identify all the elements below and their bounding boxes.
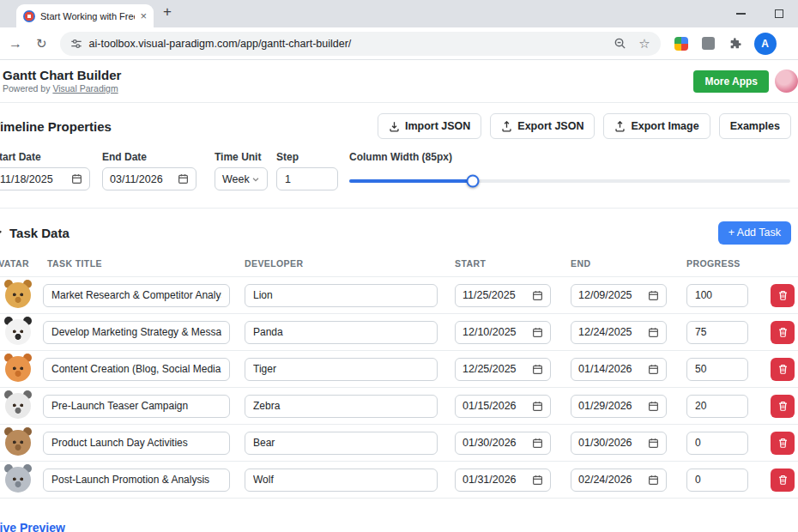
- browser-tab[interactable]: Start Working with Free Online ×: [16, 4, 154, 27]
- upload-icon: [501, 121, 512, 132]
- forward-icon[interactable]: →: [9, 37, 22, 51]
- end-date-input[interactable]: 12/24/2025: [571, 321, 667, 344]
- end-date-input[interactable]: 01/29/2026: [571, 395, 667, 418]
- start-date-input[interactable]: 12/10/2025: [455, 321, 551, 344]
- end-date-value: 12/24/2025: [578, 326, 632, 338]
- calendar-icon[interactable]: [532, 290, 543, 301]
- developer-input[interactable]: [245, 358, 438, 381]
- task-table-header: AVATAR TASK TITLE DEVELOPER START END PR…: [0, 258, 798, 277]
- start-date-input[interactable]: 01/30/2026: [455, 432, 551, 455]
- more-apps-button[interactable]: More Apps: [693, 70, 769, 93]
- column-width-slider[interactable]: [349, 174, 790, 188]
- new-tab-button[interactable]: +: [163, 3, 172, 21]
- calendar-icon[interactable]: [532, 401, 543, 412]
- task-title-input[interactable]: [43, 321, 230, 344]
- trash-icon: [777, 364, 789, 375]
- tab-title: Start Working with Free Online: [40, 11, 135, 21]
- delete-task-button[interactable]: [771, 321, 795, 344]
- upload-icon: [614, 121, 626, 132]
- progress-input[interactable]: [686, 469, 748, 492]
- calendar-icon[interactable]: [532, 475, 543, 486]
- calendar-icon[interactable]: [532, 438, 543, 449]
- delete-task-button[interactable]: [771, 358, 795, 381]
- end-date-value: 12/09/2025: [578, 289, 632, 301]
- calendar-icon[interactable]: [178, 173, 189, 184]
- extensions-puzzle-icon[interactable]: [728, 37, 742, 51]
- calendar-icon[interactable]: [532, 327, 543, 338]
- timeline-properties-title: Timeline Properties: [0, 119, 112, 134]
- import-json-button[interactable]: Import JSON: [378, 113, 481, 139]
- start-date-input[interactable]: 01/15/2026: [455, 395, 551, 418]
- trash-icon: [777, 438, 789, 449]
- delete-task-button[interactable]: [771, 395, 795, 418]
- progress-input[interactable]: [686, 395, 748, 418]
- developer-input[interactable]: [245, 432, 438, 455]
- end-date-input[interactable]: 01/14/2026: [571, 358, 667, 381]
- task-title-input[interactable]: [43, 432, 230, 455]
- progress-input[interactable]: [686, 358, 748, 381]
- developer-input[interactable]: [245, 469, 438, 492]
- visual-paradigm-link[interactable]: Visual Paradigm: [52, 83, 118, 94]
- add-task-button[interactable]: + Add Task: [718, 221, 791, 245]
- site-settings-icon[interactable]: [70, 38, 82, 50]
- export-image-button[interactable]: Export Image: [603, 113, 710, 139]
- start-date-value: 11/18/2025: [0, 173, 53, 185]
- user-avatar-partial[interactable]: [775, 70, 798, 93]
- task-title-input[interactable]: [43, 358, 230, 381]
- calendar-icon[interactable]: [648, 438, 659, 449]
- start-date-input[interactable]: 11/18/2025: [0, 167, 90, 190]
- live-preview-heading: Live Preview: [0, 521, 798, 532]
- start-date-value: 01/31/2026: [462, 474, 517, 486]
- developer-input[interactable]: [245, 284, 438, 307]
- progress-input[interactable]: [686, 284, 748, 307]
- address-bar[interactable]: ai-toolbox.visual-paradigm.com/app/gantt…: [60, 32, 661, 56]
- end-date-input[interactable]: 02/24/2026: [571, 469, 667, 492]
- end-date-input[interactable]: 01/30/2026: [571, 432, 667, 455]
- window-maximize-button[interactable]: [775, 9, 783, 18]
- export-json-button[interactable]: Export JSON: [490, 113, 595, 139]
- bookmark-star-icon[interactable]: ☆: [638, 36, 650, 51]
- time-unit-select[interactable]: Week: [215, 167, 268, 190]
- calendar-icon[interactable]: [648, 327, 659, 338]
- developer-input[interactable]: [245, 395, 438, 418]
- table-row: 12/25/2025 01/14/2026: [0, 351, 798, 388]
- delete-task-button[interactable]: [771, 432, 795, 455]
- reload-icon[interactable]: ↻: [36, 37, 47, 50]
- examples-button[interactable]: Examples: [719, 113, 791, 139]
- calendar-icon[interactable]: [648, 364, 659, 375]
- timeline-properties-header: Timeline Properties Import JSON Export J…: [0, 113, 798, 139]
- start-date-input[interactable]: 01/31/2026: [455, 469, 551, 492]
- zoom-out-icon[interactable]: [614, 37, 626, 50]
- tiger-avatar: [5, 356, 31, 382]
- task-title-input[interactable]: [43, 284, 230, 307]
- calendar-icon[interactable]: [648, 475, 659, 486]
- start-date-input[interactable]: 12/25/2025: [455, 358, 551, 381]
- progress-input[interactable]: [686, 432, 748, 455]
- url-text[interactable]: ai-toolbox.visual-paradigm.com/app/gantt…: [89, 38, 352, 50]
- task-table-body: 11/25/2025 12/09/2025: [0, 277, 798, 499]
- task-title-input[interactable]: [43, 469, 230, 492]
- time-unit-label: Time Unit: [215, 151, 268, 163]
- extension-gray-icon[interactable]: [702, 37, 715, 50]
- window-minimize-button[interactable]: [736, 13, 746, 15]
- delete-task-button[interactable]: [771, 284, 795, 307]
- developer-input[interactable]: [245, 321, 438, 344]
- collapse-chevron-icon[interactable]: [0, 227, 3, 239]
- delete-task-button[interactable]: [771, 469, 795, 492]
- calendar-icon[interactable]: [648, 290, 659, 301]
- end-date-input[interactable]: 03/11/2026: [102, 167, 196, 190]
- start-date-input[interactable]: 11/25/2025: [455, 284, 551, 307]
- profile-avatar[interactable]: A: [754, 33, 777, 55]
- calendar-icon[interactable]: [71, 173, 82, 184]
- calendar-icon[interactable]: [532, 364, 543, 375]
- slider-thumb[interactable]: [466, 175, 479, 188]
- calendar-icon[interactable]: [648, 401, 659, 412]
- tab-close-icon[interactable]: ×: [140, 10, 147, 21]
- progress-input[interactable]: [686, 321, 748, 344]
- end-date-input[interactable]: 12/09/2025: [571, 284, 667, 307]
- task-title-input[interactable]: [43, 395, 230, 418]
- step-input[interactable]: [276, 167, 338, 190]
- extension-colorful-icon[interactable]: [674, 37, 688, 51]
- app-header: Gantt Chart Builder Powered by Visual Pa…: [0, 61, 798, 103]
- slider-fill: [349, 179, 473, 183]
